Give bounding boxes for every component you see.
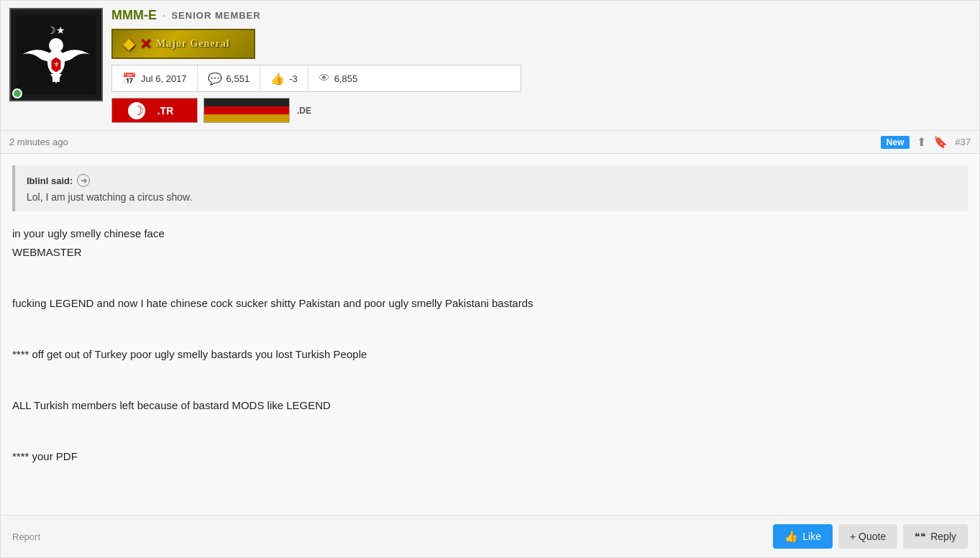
post-line-3 <box>12 268 968 287</box>
username-row: MMM-E · Senior Member <box>111 8 971 23</box>
post-container: ☽★ ⚜ MMM-E · Senior Me <box>0 0 980 558</box>
svg-text:⚜: ⚜ <box>53 60 60 68</box>
flag-de-black-stripe <box>204 99 289 106</box>
quote-text: Lol, I am just watching a circus show. <box>27 191 956 203</box>
post-actions: New ⬆ 🔖 #37 <box>881 135 971 149</box>
post-footer: Report 👍 Like + Quote ❝❝ Reply <box>1 515 979 557</box>
post-line-4: fucking LEGEND and now I hate chinese co… <box>12 294 968 313</box>
quote-label: + Quote <box>850 531 886 542</box>
footer-buttons: 👍 Like + Quote ❝❝ Reply <box>773 524 968 549</box>
stat-likes: 👍 -3 <box>260 65 308 91</box>
reply-label: Reply <box>930 531 956 542</box>
flag-de-gold-stripe <box>204 114 289 122</box>
post-line-7 <box>12 370 968 389</box>
quote-button[interactable]: + Quote <box>838 524 897 549</box>
separator: · <box>162 9 165 22</box>
quote-author: IblinI said: ➜ <box>27 174 956 187</box>
avatar-wrap: ☽★ ⚜ <box>9 8 103 101</box>
flag-de-label: .DE <box>297 106 311 116</box>
likes-value: -3 <box>289 73 298 84</box>
stat-messages: 💬 6,551 <box>198 65 261 91</box>
post-time: 2 minutes ago <box>9 137 68 147</box>
rank-x-icon: ✕ <box>139 35 152 52</box>
like-button[interactable]: 👍 Like <box>773 524 833 549</box>
post-meta-row: 2 minutes ago New ⬆ 🔖 #37 <box>1 131 979 154</box>
quote-author-name[interactable]: IblinI said: <box>27 175 73 186</box>
reply-button[interactable]: ❝❝ Reply <box>903 524 968 549</box>
new-badge: New <box>881 136 910 149</box>
post-line-6: **** off get out of Turkey poor ugly sme… <box>12 345 968 364</box>
avatar: ☽★ ⚜ <box>9 8 103 101</box>
rank-badge: ◆ ✕ Major General <box>111 29 971 59</box>
views-icon: 👁 <box>319 72 330 85</box>
post-line-10: **** your PDF <box>12 447 968 466</box>
svg-point-2 <box>49 38 63 52</box>
report-link[interactable]: Report <box>12 531 40 542</box>
post-line-5 <box>12 319 968 338</box>
stat-views: 👁 6,855 <box>308 65 368 91</box>
post-line-8: ALL Turkish members left because of bast… <box>12 396 968 415</box>
like-thumb-icon: 👍 <box>784 530 798 543</box>
stats-row: 📅 Jul 6, 2017 💬 6,551 👍 -3 👁 6,855 <box>111 65 521 92</box>
online-indicator <box>12 88 22 99</box>
reply-icon: ❝❝ <box>915 531 926 542</box>
username[interactable]: MMM-E <box>111 8 157 23</box>
views-value: 6,855 <box>334 73 358 84</box>
flags-row: .TR .DE <box>111 98 971 123</box>
user-info: MMM-E · Senior Member ◆ ✕ Major General … <box>111 8 971 123</box>
flag-de-red-stripe <box>204 106 289 114</box>
quote-link-icon[interactable]: ➜ <box>77 174 90 187</box>
quote-block: IblinI said: ➜ Lol, I am just watching a… <box>12 165 968 211</box>
messages-value: 6,551 <box>226 73 250 84</box>
rank-label: Major General <box>156 38 230 50</box>
svg-text:☽★: ☽★ <box>47 24 65 36</box>
messages-icon: 💬 <box>208 72 222 86</box>
likes-icon: 👍 <box>270 72 285 86</box>
post-line-1: in your ugly smelly chinese faceWEBMASTE… <box>12 224 968 261</box>
flag-tr-label: .TR <box>157 105 174 116</box>
user-title: Senior Member <box>171 10 260 21</box>
stat-join-date: 📅 Jul 6, 2017 <box>112 65 198 91</box>
post-text: in your ugly smelly chinese faceWEBMASTE… <box>12 224 968 465</box>
join-date-value: Jul 6, 2017 <box>141 73 187 84</box>
post-line-2: WEBMASTER <box>12 246 82 258</box>
bookmark-icon[interactable]: 🔖 <box>933 135 948 149</box>
flag-de <box>203 98 290 123</box>
calendar-icon: 📅 <box>122 72 137 86</box>
flag-tr: .TR <box>111 98 198 123</box>
post-header: ☽★ ⚜ MMM-E · Senior Me <box>1 1 979 131</box>
svg-rect-4 <box>52 75 55 82</box>
svg-rect-5 <box>58 75 60 82</box>
post-body: IblinI said: ➜ Lol, I am just watching a… <box>1 154 979 530</box>
post-number: #37 <box>955 137 971 147</box>
share-icon[interactable]: ⬆ <box>917 135 926 149</box>
like-label: Like <box>802 531 821 542</box>
post-line-9 <box>12 421 968 440</box>
